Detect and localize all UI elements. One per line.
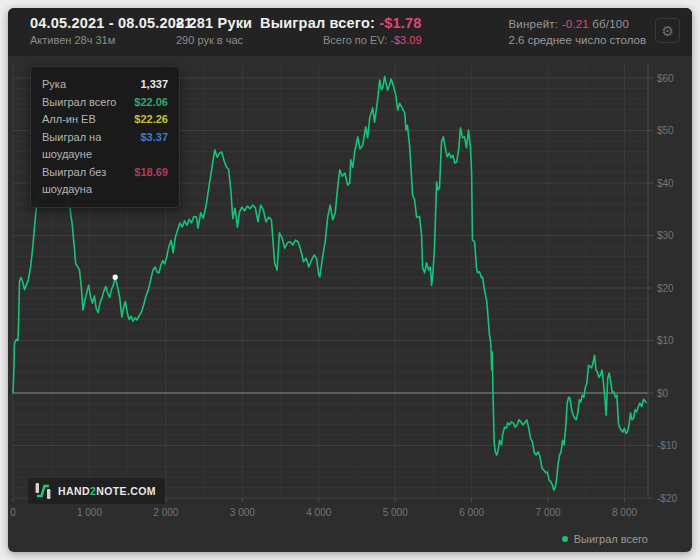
hand2note-logo-icon: [34, 482, 52, 500]
winrate-value: -0.21: [562, 18, 589, 30]
tooltip-row: Выиграл всего$22.06: [42, 94, 168, 112]
tooltip-row-label: Выиграл без шоудауна: [42, 164, 134, 199]
tooltip-row: Алл-ин ЕВ$22.26: [42, 111, 168, 129]
date-range-section: 04.05.2021 - 08.05.2021 Активен 28ч 31м: [30, 15, 193, 46]
logo-hand: HAND: [58, 485, 90, 497]
y-axis-tick-label: $20: [657, 283, 674, 294]
hand-tooltip: Рука1,337Выиграл всего$22.06Алл-ин ЕВ$22…: [30, 66, 180, 208]
hover-point[interactable]: [113, 275, 118, 280]
x-axis-tick-label: 1 000: [77, 507, 102, 518]
logo-note: NOTE.COM: [96, 485, 156, 497]
x-axis-tick-label: 2 000: [153, 507, 178, 518]
tooltip-row-value: $22.26: [134, 111, 168, 129]
legend-label: Выиграл всего: [574, 533, 648, 545]
y-axis-tick-label: -$10: [657, 440, 677, 451]
winrate-label: Винрейт:: [509, 18, 562, 30]
tooltip-row-label: Выиграл на шоудауне: [42, 129, 140, 164]
gear-glyph: ⚙: [661, 23, 674, 39]
y-axis-tick-label: $10: [657, 335, 674, 346]
logo-text: HAND2NOTE.COM: [58, 485, 156, 497]
y-axis-tick-label: $30: [657, 230, 674, 241]
hands-section: 8 281 Руки 290 рук в час: [176, 15, 252, 46]
hand2note-logo[interactable]: HAND2NOTE.COM: [28, 478, 165, 504]
ev-total-label: Всего по EV:: [323, 34, 390, 46]
active-time: Активен 28ч 31м: [30, 34, 193, 46]
tooltip-row-value: $18.69: [134, 164, 168, 199]
x-axis-tick-label: 4 000: [306, 507, 331, 518]
x-axis-tick-label: 5 000: [383, 507, 408, 518]
y-axis-tick-label: $60: [657, 73, 674, 84]
x-axis-tick-label: 7 000: [536, 507, 561, 518]
date-range: 04.05.2021 - 08.05.2021: [30, 15, 193, 31]
tooltip-row: Рука1,337: [42, 76, 168, 94]
winrate-section: Винрейт: -0.21 бб/100 2.6 среднее число …: [509, 15, 647, 46]
won-total-section: Выиграл всего: -$1.78 Всего по EV: -$3.0…: [260, 15, 422, 46]
stats-header: 04.05.2021 - 08.05.2021 Активен 28ч 31м …: [8, 8, 692, 56]
tooltip-row-label: Алл-ин ЕВ: [42, 111, 96, 129]
chart-legend[interactable]: Выиграл всего: [562, 533, 648, 545]
x-axis-tick-label: 0: [10, 507, 16, 518]
y-axis-tick-label: $0: [657, 388, 669, 399]
avg-tables: 2.6 среднее число столов: [509, 34, 647, 46]
tooltip-row: Выиграл на шоудауне$3.37: [42, 129, 168, 164]
tooltip-row: Выиграл без шоудауна$18.69: [42, 164, 168, 199]
tooltip-row-label: Выиграл всего: [42, 94, 116, 112]
won-total: Выиграл всего: -$1.78: [260, 15, 422, 31]
winrate-units: бб/100: [589, 18, 629, 30]
tooltip-row-value: $3.37: [140, 129, 168, 164]
tooltip-row-value: 1,337: [140, 76, 168, 94]
hands-count: 8 281 Руки: [176, 15, 252, 31]
hands-per-hour: 290 рук в час: [176, 34, 252, 46]
ev-total: Всего по EV: -$3.09: [260, 34, 422, 46]
x-axis-tick-label: 6 000: [459, 507, 484, 518]
y-axis-tick-label: $40: [657, 178, 674, 189]
x-axis-tick-label: 8 000: [612, 507, 637, 518]
ev-total-value: -$3.09: [390, 34, 421, 46]
won-total-value: -$1.78: [379, 15, 421, 31]
y-axis-tick-label: -$20: [657, 493, 677, 504]
gear-icon[interactable]: ⚙: [655, 18, 680, 43]
y-axis-tick-label: $50: [657, 125, 674, 136]
app-window: $60$50$40$30$20$10$0-$10-$2001 0002 0003…: [8, 8, 692, 552]
tooltip-row-label: Рука: [42, 76, 66, 94]
x-axis-tick-label: 3 000: [230, 507, 255, 518]
tooltip-row-value: $22.06: [134, 94, 168, 112]
winrate: Винрейт: -0.21 бб/100: [509, 18, 647, 30]
legend-dot-icon: [562, 536, 568, 542]
won-total-label: Выиграл всего:: [260, 15, 379, 31]
